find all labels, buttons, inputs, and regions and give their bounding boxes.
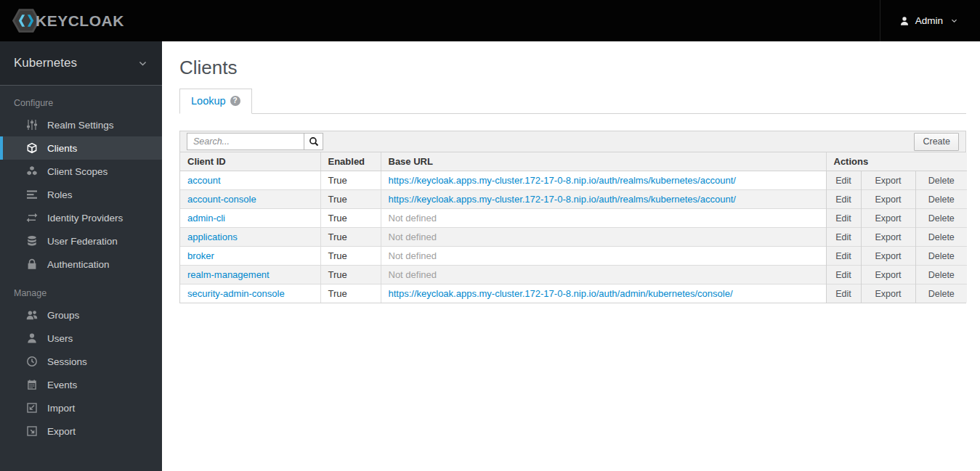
sidebar-item-sessions[interactable]: Sessions bbox=[0, 350, 162, 373]
sidebar-item-groups[interactable]: Groups bbox=[0, 303, 162, 327]
enabled-value: True bbox=[320, 284, 381, 303]
edit-button[interactable]: Edit bbox=[826, 284, 861, 303]
sidebar-item-label: Authentication bbox=[47, 259, 110, 270]
import-icon bbox=[25, 402, 38, 414]
client-id-link[interactable]: realm-management bbox=[187, 269, 270, 280]
sidebar-item-client-scopes[interactable]: Client Scopes bbox=[0, 160, 162, 183]
sidebar-item-users[interactable]: Users bbox=[0, 327, 162, 350]
sidebar-item-label: User Federation bbox=[47, 236, 118, 247]
search-button[interactable] bbox=[304, 133, 323, 150]
enabled-value: True bbox=[320, 247, 381, 266]
calendar-icon bbox=[25, 379, 38, 391]
export-button[interactable]: Export bbox=[861, 228, 915, 247]
enabled-value: True bbox=[320, 266, 381, 284]
delete-button[interactable]: Delete bbox=[915, 266, 967, 284]
table-row: admin-cli True Not defined Edit Export D… bbox=[180, 209, 967, 228]
database-icon bbox=[25, 235, 38, 247]
realm-selector[interactable]: Kubernetes bbox=[0, 41, 162, 86]
export-button[interactable]: Export bbox=[861, 190, 915, 209]
sidebar-item-label: Client Scopes bbox=[47, 166, 108, 177]
enabled-value: True bbox=[320, 171, 381, 190]
sidebar-item-label: Roles bbox=[47, 189, 73, 200]
base-url-link[interactable]: https://keycloak.apps.my-cluster.172-17-… bbox=[389, 194, 736, 205]
client-id-link[interactable]: account-console bbox=[187, 194, 256, 205]
client-id-link[interactable]: admin-cli bbox=[187, 213, 225, 224]
edit-button[interactable]: Edit bbox=[826, 190, 861, 209]
client-id-link[interactable]: broker bbox=[187, 250, 214, 261]
enabled-value: True bbox=[320, 190, 381, 209]
user-menu-label: Admin bbox=[915, 15, 943, 26]
client-id-link[interactable]: security-admin-console bbox=[187, 288, 285, 299]
export-button[interactable]: Export bbox=[861, 209, 915, 228]
delete-button[interactable]: Delete bbox=[915, 190, 967, 209]
sidebar-item-label: Realm Settings bbox=[47, 120, 114, 131]
search-input[interactable] bbox=[187, 133, 304, 150]
base-url-not-defined: Not defined bbox=[389, 269, 437, 280]
tab-bar: Lookup bbox=[179, 89, 966, 114]
keycloak-logo: KEYCLOAK bbox=[0, 8, 124, 33]
create-button[interactable]: Create bbox=[914, 133, 959, 151]
exchange-icon bbox=[25, 212, 38, 224]
base-url-link[interactable]: https://keycloak.apps.my-cluster.172-17-… bbox=[389, 288, 733, 299]
table-row: realm-management True Not defined Edit E… bbox=[180, 266, 967, 284]
sidebar-item-user-federation[interactable]: User Federation bbox=[0, 229, 162, 253]
edit-button[interactable]: Edit bbox=[826, 171, 861, 190]
delete-button[interactable]: Delete bbox=[915, 247, 967, 266]
user-menu[interactable]: Admin bbox=[880, 0, 980, 41]
table-row: account-console True https://keycloak.ap… bbox=[180, 190, 967, 209]
clock-icon bbox=[25, 356, 38, 368]
table-toolbar: Create bbox=[180, 131, 965, 152]
edit-button[interactable]: Edit bbox=[826, 228, 861, 247]
clients-grid: Create Client ID Enabled Base URL Action… bbox=[179, 131, 966, 303]
sidebar-item-identity-providers[interactable]: Identity Providers bbox=[0, 206, 162, 229]
brand-wordmark: KEYCLOAK bbox=[36, 12, 124, 30]
users-icon bbox=[25, 309, 38, 321]
client-id-link[interactable]: account bbox=[187, 175, 221, 186]
sidebar-item-clients[interactable]: Clients bbox=[0, 136, 162, 160]
edit-button[interactable]: Edit bbox=[826, 209, 861, 228]
sidebar-item-events[interactable]: Events bbox=[0, 373, 162, 396]
delete-button[interactable]: Delete bbox=[915, 209, 967, 228]
sidebar: Kubernetes Configure Realm Settings Clie… bbox=[0, 41, 162, 471]
export-button[interactable]: Export bbox=[861, 266, 915, 284]
user-icon bbox=[899, 16, 910, 26]
clients-table: Client ID Enabled Base URL Actions accou… bbox=[180, 152, 967, 303]
edit-button[interactable]: Edit bbox=[826, 247, 861, 266]
base-url-not-defined: Not defined bbox=[389, 232, 437, 242]
section-label-manage: Manage bbox=[0, 288, 162, 298]
base-url-link[interactable]: https://keycloak.apps.my-cluster.172-17-… bbox=[389, 175, 736, 186]
export-button[interactable]: Export bbox=[861, 247, 915, 266]
sidebar-item-label: Identity Providers bbox=[47, 213, 123, 224]
client-id-link[interactable]: applications bbox=[187, 232, 238, 242]
sliders-icon bbox=[25, 119, 38, 131]
delete-button[interactable]: Delete bbox=[915, 284, 967, 303]
delete-button[interactable]: Delete bbox=[915, 228, 967, 247]
sidebar-item-label: Sessions bbox=[47, 356, 87, 367]
search-group bbox=[187, 133, 323, 150]
chevron-down-icon bbox=[138, 59, 147, 68]
sidebar-item-label: Import bbox=[47, 403, 75, 414]
sidebar-item-realm-settings[interactable]: Realm Settings bbox=[0, 113, 162, 136]
header-base-url: Base URL bbox=[381, 152, 826, 171]
table-header-row: Client ID Enabled Base URL Actions bbox=[180, 152, 967, 171]
tab-lookup[interactable]: Lookup bbox=[179, 89, 252, 114]
delete-button[interactable]: Delete bbox=[915, 171, 967, 190]
enabled-value: True bbox=[320, 209, 381, 228]
page-title: Clients bbox=[179, 57, 966, 79]
header-enabled: Enabled bbox=[320, 152, 381, 171]
main-content: Clients Lookup Create bbox=[162, 41, 980, 471]
sidebar-item-export[interactable]: Export bbox=[0, 419, 162, 443]
edit-button[interactable]: Edit bbox=[826, 266, 861, 284]
sidebar-item-label: Clients bbox=[47, 143, 77, 154]
tab-label: Lookup bbox=[191, 95, 226, 107]
table-row: broker True Not defined Edit Export Dele… bbox=[180, 247, 967, 266]
export-button[interactable]: Export bbox=[861, 171, 915, 190]
list-icon bbox=[25, 189, 38, 201]
sidebar-item-roles[interactable]: Roles bbox=[0, 183, 162, 206]
sidebar-item-import[interactable]: Import bbox=[0, 396, 162, 419]
sidebar-item-authentication[interactable]: Authentication bbox=[0, 253, 162, 276]
export-button[interactable]: Export bbox=[861, 284, 915, 303]
help-question-icon[interactable] bbox=[230, 96, 240, 106]
base-url-not-defined: Not defined bbox=[389, 213, 437, 224]
sidebar-item-label: Export bbox=[47, 426, 76, 437]
